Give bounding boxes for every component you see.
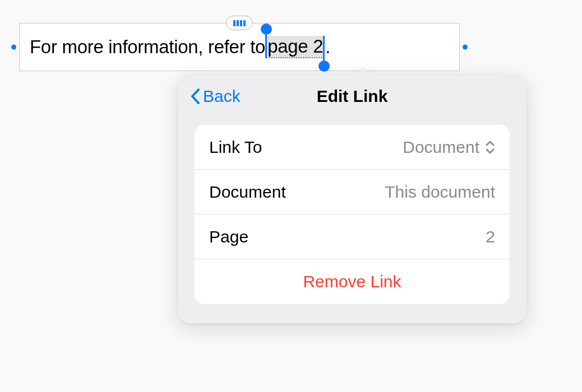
link-to-row[interactable]: Link To Document xyxy=(195,125,510,170)
resize-handle-left[interactable] xyxy=(11,45,16,50)
document-value: This document xyxy=(385,183,495,202)
top-drag-handle[interactable] xyxy=(226,16,253,30)
back-label: Back xyxy=(203,87,241,106)
page-row[interactable]: Page 2 xyxy=(195,214,510,259)
document-row[interactable]: Document This document xyxy=(195,170,510,214)
text-before-link: For more information, refer to xyxy=(30,36,265,58)
popover-title: Edit Link xyxy=(317,87,388,106)
document-label: Document xyxy=(209,183,286,202)
page-value: 2 xyxy=(486,227,495,246)
popover-header: Back Edit Link xyxy=(178,74,526,118)
linked-text-selection[interactable]: page 2 xyxy=(266,36,324,58)
resize-handle-right[interactable] xyxy=(463,45,468,50)
page-label: Page xyxy=(209,227,248,246)
link-settings-card: Link To Document Document This document … xyxy=(195,125,510,304)
chevron-up-down-icon xyxy=(485,140,495,155)
selection-handle-end[interactable] xyxy=(323,36,325,60)
chevron-left-icon xyxy=(190,88,200,105)
selection-handle-start[interactable] xyxy=(265,34,267,58)
link-to-label: Link To xyxy=(209,138,262,157)
edit-link-popover: Back Edit Link Link To Document Document… xyxy=(178,74,526,323)
text-after-link: . xyxy=(325,36,330,58)
remove-link-label: Remove Link xyxy=(303,272,401,291)
link-to-value: Document xyxy=(403,138,495,157)
remove-link-button[interactable]: Remove Link xyxy=(195,259,510,304)
back-button[interactable]: Back xyxy=(190,87,241,106)
text-box[interactable]: For more information, refer to page 2 . xyxy=(19,23,460,71)
